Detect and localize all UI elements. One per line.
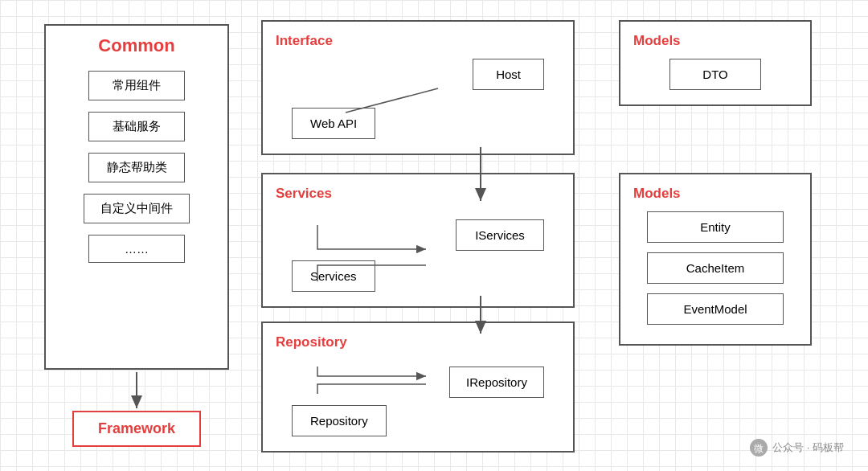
- common-item-2: 静态帮助类: [88, 153, 185, 182]
- entity-box: Entity: [647, 211, 784, 243]
- cacheitem-box: CacheItem: [647, 252, 784, 284]
- services-title: Services: [276, 186, 560, 202]
- interface-title: Interface: [276, 33, 560, 49]
- common-item-3: 自定义中间件: [84, 194, 190, 223]
- common-section: Common 常用组件 基础服务 静态帮助类 自定义中间件 ……: [44, 24, 229, 370]
- wechat-icon: 微: [750, 439, 768, 457]
- common-items-list: 常用组件 基础服务 静态帮助类 自定义中间件 ……: [46, 63, 227, 263]
- watermark: 微 公众号 · 码板帮: [750, 439, 844, 457]
- host-box: Host: [473, 59, 544, 90]
- services-box: Services: [292, 260, 375, 292]
- models-top-title: Models: [633, 33, 797, 49]
- iservices-box: IServices: [456, 219, 544, 251]
- irepository-box: IRepository: [449, 367, 544, 398]
- repository-section: Repository IRepository Repository: [261, 322, 575, 453]
- content-area: Common 常用组件 基础服务 静态帮助类 自定义中间件 …… Framewo…: [0, 0, 868, 471]
- models-top-section: Models DTO: [619, 20, 812, 106]
- svg-text:微: 微: [754, 443, 764, 454]
- framework-box: Framework: [72, 411, 201, 447]
- common-item-1: 基础服务: [88, 112, 185, 141]
- models-bottom-title: Models: [633, 186, 797, 202]
- common-title: Common: [46, 26, 227, 63]
- common-item-4: ……: [88, 235, 185, 263]
- models-bottom-section: Models Entity CacheItem EventModel: [619, 173, 812, 346]
- interface-section: Interface Host Web API: [261, 20, 575, 155]
- common-item-0: 常用组件: [88, 71, 185, 100]
- webapi-box: Web API: [292, 108, 375, 139]
- dto-box: DTO: [669, 59, 760, 90]
- watermark-text: 公众号 · 码板帮: [772, 440, 844, 455]
- repository-box: Repository: [292, 405, 387, 436]
- eventmodel-box: EventModel: [647, 293, 784, 325]
- services-section: Services IServices Services: [261, 173, 575, 308]
- repository-title: Repository: [276, 334, 560, 350]
